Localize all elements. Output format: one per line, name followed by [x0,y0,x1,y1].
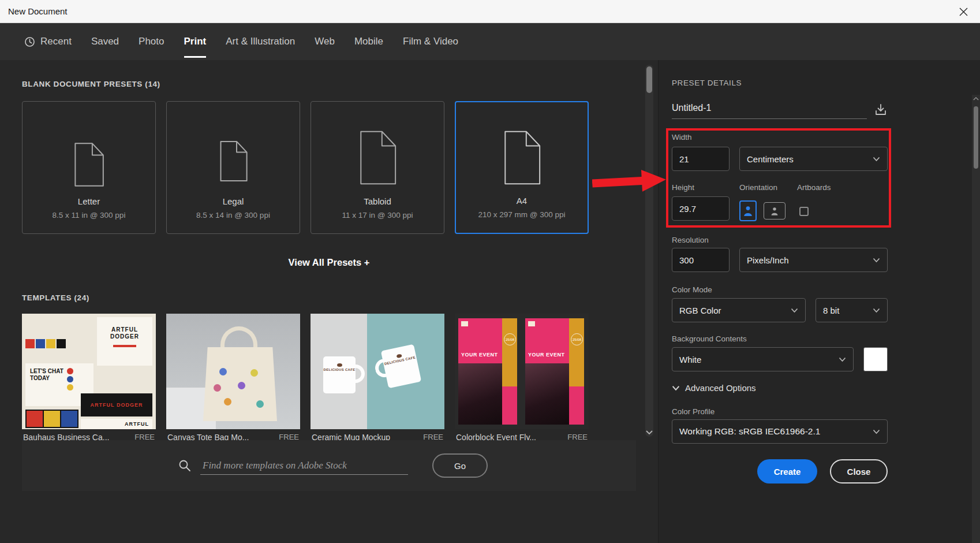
blank-presets-heading: BLANK DOCUMENT PRESETS (14) [22,80,160,88]
art-shape [44,411,60,427]
mug-logo-art: DELICIOUS CAFE [323,363,356,372]
background-color-swatch[interactable] [863,347,888,371]
background-contents-label: Background Contents [672,334,747,343]
clock-icon [24,36,35,47]
height-label: Height [672,183,694,192]
business-card-art: ARTFUL DODGER [81,393,152,416]
chevron-down-icon [873,157,880,162]
template-card-event-flyer[interactable]: 25/08 YOUR EVENT 25/08 YOUR EVENT Colorb… [455,314,589,442]
art-shape [67,384,73,390]
preset-card-a4-selected[interactable]: A4 210 x 297 mm @ 300 ppi [455,101,589,234]
titlebar: New Document [0,0,980,23]
polka-dot [224,398,231,406]
document-name-value[interactable]: Untitled-1 [672,103,867,119]
tab-recent[interactable]: Recent [24,23,72,60]
width-unit-select[interactable]: Centimeters [739,147,888,171]
tab-art-illustration[interactable]: Art & Illustration [226,23,295,60]
height-input[interactable] [672,196,730,221]
color-profile-label: Color Profile [672,407,715,416]
coffee-bean-art [337,363,342,367]
orientation-landscape-button[interactable] [764,202,786,220]
tab-label: Mobile [354,36,383,47]
art-text: 25/08 [504,333,516,345]
artboards-checkbox[interactable] [799,207,809,216]
tab-label: Saved [91,36,119,47]
view-all-presets-link[interactable]: View All Presets + [22,257,636,268]
tab-film-video[interactable]: Film & Video [403,23,458,60]
width-input[interactable] [672,147,730,171]
advanced-options-toggle[interactable]: Advanced Options [672,383,756,393]
chevron-up-icon [973,96,979,101]
document-name-field[interactable]: Untitled-1 [672,96,888,119]
photo-art [458,363,502,425]
close-button[interactable]: Close [830,459,888,484]
width-unit-value: Centimeters [747,154,794,164]
chevron-down-icon [791,308,798,313]
preset-grid: Letter 8.5 x 11 in @ 300 ppi Legal 8.5 x… [22,101,589,234]
resolution-unit-select[interactable]: Pixels/Inch [739,248,888,272]
art-text: ARTFUL DODGER [91,402,143,408]
tab-label: Film & Video [403,36,458,47]
tab-label: Recent [40,36,72,47]
art-shape [61,411,77,427]
new-document-dialog: New Document Recent Saved Photo Print Ar… [0,0,980,543]
template-thumbnail: ARTFUL DODGER LET'S CHAT TODAY [22,314,156,429]
tab-label: Art & Illustration [226,36,295,47]
resolution-input[interactable] [672,248,730,272]
templates-heading: TEMPLATES (24) [22,293,89,302]
color-mode-select[interactable]: RGB Color [672,298,806,322]
create-button[interactable]: Create [757,459,817,484]
coffee-bean-art [396,354,402,359]
preset-card-legal[interactable]: Legal 8.5 x 14 in @ 300 ppi [166,101,300,234]
tab-bar: Recent Saved Photo Print Art & Illustrat… [0,23,980,60]
art-shape [113,345,136,347]
scroll-down-arrow[interactable] [645,430,653,435]
mug-logo-art: DELICIOUS CAFE [382,351,417,366]
chevron-down-icon [873,258,880,263]
template-grid: ARTFUL DODGER LET'S CHAT TODAY [22,314,589,442]
chevron-down-icon [672,385,680,391]
tab-saved[interactable]: Saved [91,23,119,60]
color-profile-select[interactable]: Working RGB: sRGB IEC61966-2.1 [672,419,888,444]
preset-size: 210 x 297 mm @ 300 ppi [478,210,565,219]
content-scrollbar[interactable] [645,65,653,437]
tab-photo[interactable]: Photo [139,23,164,60]
coffee-mug-art: DELICIOUS CAFE [381,344,421,389]
tab-print[interactable]: Print [184,23,207,60]
bit-depth-select[interactable]: 8 bit [816,298,888,322]
advanced-options-label: Advanced Options [685,383,756,393]
template-card-mug[interactable]: DELICIOUS CAFE DELICIOUS CAFE Ceramic Mu… [311,314,444,442]
stock-search-input[interactable] [200,457,408,475]
polka-dot [238,382,245,389]
sidebar-scrollbar[interactable] [972,95,980,543]
flyer-art: 25/08 YOUR EVENT [458,318,517,425]
save-preset-icon[interactable] [874,103,888,117]
mondrian-art [25,410,78,428]
tab-web[interactable]: Web [315,23,335,60]
art-shape [67,368,73,374]
art-shape [36,339,45,348]
document-icon [72,142,106,187]
template-card-tote-bag[interactable]: Canvas Tote Bag Mo... FREE [166,314,300,442]
window-close-button[interactable] [951,0,975,23]
art-text: LET'S CHAT TODAY [30,368,63,401]
chevron-down-icon [646,430,653,435]
polka-dot [250,369,258,377]
stock-search-strip: Go [22,440,636,491]
go-button[interactable]: Go [432,453,488,478]
art-shape [25,339,35,348]
tab-mobile[interactable]: Mobile [354,23,383,60]
template-card-bauhaus[interactable]: ARTFUL DODGER LET'S CHAT TODAY [22,314,156,442]
scrollbar-thumb[interactable] [646,66,652,93]
scroll-up-arrow[interactable] [972,96,980,101]
preset-card-tabloid[interactable]: Tabloid 11 x 17 in @ 300 ppi [311,101,444,234]
preset-card-letter[interactable]: Letter 8.5 x 11 in @ 300 ppi [22,101,156,234]
preset-details-panel: PRESET DETAILS Untitled-1 Width Centimet… [658,60,980,543]
background-contents-select[interactable]: White [672,347,854,371]
scrollbar-thumb[interactable] [974,106,978,169]
preset-name: Tabloid [364,196,391,206]
document-icon [218,135,249,187]
background-contents-value: White [679,355,701,365]
art-shape [502,318,517,386]
orientation-portrait-button[interactable] [739,200,757,221]
